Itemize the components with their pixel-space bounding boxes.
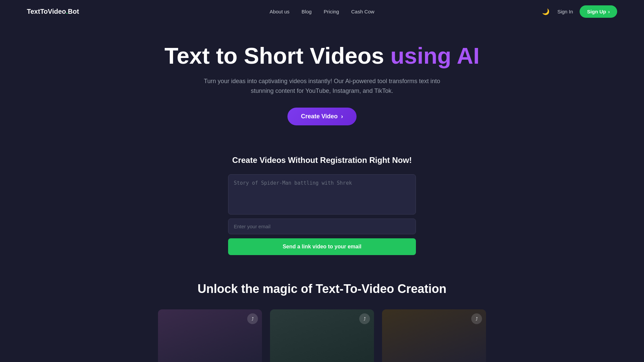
create-video-label: Create Video (301, 113, 338, 120)
moon-icon: 🌙 (542, 8, 549, 15)
create-video-button[interactable]: Create Video › (287, 108, 357, 125)
share-icon-3: ⤴ (476, 316, 478, 321)
chevron-right-icon: › (341, 113, 343, 120)
magic-section-title: Unlock the magic of Text-To-Video Creati… (7, 282, 637, 296)
form-section-title: Create Videos Without Registration Right… (7, 156, 637, 165)
arrow-right-icon: › (608, 9, 610, 14)
hero-title: Text to Short Videos using AI (7, 43, 637, 68)
sign-in-button[interactable]: Sign In (557, 9, 573, 14)
nav-blog[interactable]: Blog (302, 9, 312, 14)
send-link-button[interactable]: Send a link video to your email (228, 238, 416, 255)
sign-up-button[interactable]: Sign Up › (580, 5, 617, 18)
hero-subtitle: Turn your ideas into captivating videos … (195, 76, 449, 96)
video-card-1[interactable]: "The Laughter and Tears of ⤴ (158, 309, 262, 362)
magic-section: Unlock the magic of Text-To-Video Creati… (0, 262, 644, 362)
navbar: TextToVideo.Bot About us Blog Pricing Ca… (0, 0, 644, 23)
story-textarea[interactable] (228, 174, 416, 215)
logo: TextToVideo.Bot (27, 8, 79, 15)
nav-pricing[interactable]: Pricing (324, 9, 339, 14)
hero-title-highlight: using AI (390, 43, 480, 68)
video-card-2[interactable]: Mexico The Colorful Day of ⤴ (270, 309, 374, 362)
email-input[interactable] (228, 219, 416, 234)
form-section: Create Videos Without Registration Right… (0, 139, 644, 262)
nav-right: 🌙 Sign In Sign Up › (541, 5, 617, 18)
nav-cash-cow[interactable]: Cash Cow (351, 9, 374, 14)
logo-suffix: Bot (68, 8, 79, 15)
nav-about-us[interactable]: About us (270, 9, 289, 14)
sign-up-label: Sign Up (587, 9, 606, 14)
hero-title-start: Text to Short Videos (164, 43, 390, 68)
video-card-3[interactable]: The Alhambra: Nasrid palace ⤴ (382, 309, 486, 362)
share-icon-2: ⤴ (364, 316, 366, 321)
logo-text: TextToVideo (27, 8, 66, 15)
form-container: Send a link video to your email (228, 174, 416, 255)
nav-links: About us Blog Pricing Cash Cow (270, 9, 374, 14)
theme-toggle-button[interactable]: 🌙 (541, 7, 551, 17)
hero-section: Text to Short Videos using AI Turn your … (0, 23, 644, 139)
share-icon-1: ⤴ (252, 316, 254, 321)
video-cards: "The Laughter and Tears of ⤴ Mexico The … (7, 309, 637, 362)
